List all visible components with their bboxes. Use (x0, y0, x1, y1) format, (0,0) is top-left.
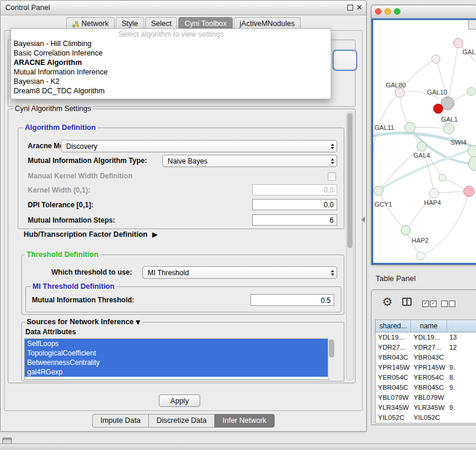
unchecked-box-icon (441, 301, 448, 307)
mi-threshold-group: MI Threshold Definition Mutual Informati… (25, 286, 341, 312)
column-header-3[interactable] (447, 320, 476, 332)
select-all-columns-icon[interactable]: ✓ ✓ (422, 301, 436, 307)
network-node-gal4[interactable] (417, 142, 426, 151)
zoom-traffic-light-icon[interactable] (394, 8, 400, 15)
columns-icon[interactable] (402, 298, 412, 306)
network-edge[interactable] (448, 43, 458, 103)
mi-steps-field[interactable]: 6 (252, 214, 337, 226)
manual-kernel-width-label: Manual Kernel Width Definition (28, 170, 132, 182)
bottom-toolbar-strip (0, 444, 476, 450)
algorithm-option-bayesian-k2[interactable]: Bayesian - K2 (11, 77, 331, 86)
table-cell: 13 (447, 332, 476, 343)
kernel-width-field[interactable]: 0.0 (252, 184, 337, 195)
algorithm-option-mutual-information-inference[interactable]: Mutual Information Inference (11, 67, 331, 77)
control-panel-titlebar[interactable]: Control Panel ✕ (1, 1, 366, 15)
network-node-red-node[interactable] (433, 104, 443, 113)
network-node-hap4[interactable] (429, 188, 439, 198)
splitter-handle-icon[interactable] (361, 217, 365, 223)
table-cell: 9. (447, 403, 476, 413)
network-node-label: GAL (462, 48, 475, 56)
data-attributes-list[interactable]: SelfLoopsTopologicalCoefficientBetweenne… (24, 338, 330, 380)
tab-discretize-data[interactable]: Discretize Data (148, 414, 215, 428)
algorithm-option-aracne-algorithm[interactable]: ARACNE Algorithm (11, 58, 331, 67)
table-cell: YPR145W (376, 363, 411, 373)
table-row[interactable]: YBR043CYBR043C (376, 353, 476, 363)
deselect-all-columns-icon[interactable] (441, 301, 455, 307)
table-cell: YDL19... (376, 332, 411, 343)
table-cell: 9. (447, 383, 476, 393)
stepper-arrows-icon (327, 158, 334, 164)
table-row[interactable]: YIL052CYIL052C (376, 413, 476, 423)
network-canvas-svg[interactable]: GAL80GAL10GAL11GAL1SWI4GAL4GCY1HAP4HAP2G… (373, 20, 476, 263)
table-row[interactable]: YLR345WYLR345W9. (376, 403, 476, 413)
table-cell: YIL052C (411, 413, 446, 423)
table-row[interactable]: YPR145WYPR145W9. (376, 363, 476, 373)
desktop: Control Panel ✕ NetworkStyleSelectCyni T… (0, 0, 476, 450)
apply-button[interactable]: Apply (159, 394, 200, 407)
algorithm-definition-title: Algorithm Definition (23, 123, 97, 132)
dpi-tolerance-field[interactable]: 0.0 (252, 199, 337, 210)
network-node-swi4[interactable] (468, 145, 476, 157)
network-edge[interactable] (436, 59, 448, 103)
network-node-gal80[interactable] (395, 88, 405, 97)
settings-scrollbar[interactable] (346, 112, 354, 380)
which-threshold-label: Which threshold to use: (51, 266, 132, 279)
network-node-pink-right[interactable] (464, 186, 474, 197)
table-cell (447, 413, 476, 423)
table-cell: YBR045C (376, 383, 411, 393)
network-node-gal11[interactable] (405, 122, 415, 133)
table-cell: YBR043C (376, 353, 411, 363)
network-scrollbar-corner[interactable] (468, 20, 476, 30)
attribute-item-selfloops[interactable]: SelfLoops (25, 339, 329, 348)
attribute-item-betweennesscentrality[interactable]: BetweennessCentrality (25, 358, 329, 367)
table-row[interactable]: YBL079WYBL079W (376, 393, 476, 403)
attributes-list-scrollbar[interactable] (328, 338, 335, 379)
column-header-shared[interactable]: shared... (376, 320, 411, 332)
mi-algorithm-type-select[interactable]: Naive Bayes (162, 155, 337, 167)
column-header-name[interactable]: name (411, 320, 446, 332)
network-node-gcy1[interactable] (374, 186, 383, 195)
algorithm-option-dream8-dc-tdc-algorithm[interactable]: Dream8 DC_TDC Algorithm (11, 86, 331, 96)
network-node-mid-small[interactable] (439, 174, 446, 181)
network-node-hap2[interactable] (401, 226, 410, 235)
hub-definition-toggle[interactable]: Hub/Transcription Factor Definition ▶ (24, 230, 158, 239)
data-attributes-label: Data Attributes (25, 326, 76, 338)
attribute-item-topologicalcoefficient[interactable]: TopologicalCoefficient (25, 348, 329, 358)
table-cell: YER054C (376, 373, 411, 383)
threshold-definition-group: Threshold Definition Which threshold to … (21, 255, 344, 315)
manual-kernel-width-checkbox[interactable] (328, 172, 336, 181)
attribute-item-gal4rgexp[interactable]: gal4RGexp (25, 367, 329, 377)
aracne-mode-select[interactable]: Discovery (61, 140, 337, 152)
minimize-traffic-light-icon[interactable] (384, 8, 391, 15)
network-node-label: SWI4 (451, 139, 467, 146)
network-window-titlebar[interactable] (371, 5, 476, 19)
table-row[interactable]: YDL19...YDL19...13 (376, 332, 476, 343)
network-node-right-big[interactable] (468, 156, 476, 171)
close-traffic-light-icon[interactable] (375, 8, 382, 15)
close-window-icon[interactable]: ✕ (356, 3, 363, 12)
mi-threshold-field[interactable]: 0.5 (250, 294, 334, 306)
network-node-top-pale[interactable] (432, 55, 440, 63)
network-node-bottom-pale[interactable] (416, 252, 425, 260)
algorithm-settings-button[interactable] (332, 50, 357, 71)
tab-impute-data[interactable]: Impute Data (92, 414, 149, 428)
unchecked-box-icon (449, 301, 455, 307)
float-window-icon[interactable] (347, 5, 353, 11)
gear-icon[interactable]: ⚙ (382, 295, 393, 308)
checked-box-icon: ✓ (422, 301, 429, 307)
network-node-top-pink[interactable] (454, 38, 463, 48)
table-row[interactable]: YBR045CYBR045C9. (376, 383, 476, 393)
table-cell: YDR27... (411, 343, 446, 353)
tab-infer-network[interactable]: Infer Network (214, 414, 275, 428)
table-row[interactable]: YDR27...YDR27...12 (376, 343, 476, 353)
aracne-mode-value: Discovery (66, 142, 97, 151)
table-row[interactable]: YER054CYER054C8. (376, 373, 476, 383)
sources-group-title[interactable]: Sources for Network Inference ▼ (25, 318, 142, 326)
network-canvas[interactable]: GAL80GAL10GAL11GAL1SWI4GAL4GCY1HAP4HAP2G… (371, 18, 476, 265)
network-node-gal1[interactable] (444, 123, 454, 134)
which-threshold-select[interactable]: MI Threshold (142, 266, 337, 279)
algorithm-option-bayesian-hill-climbing[interactable]: Bayesian - Hill Climbing (11, 39, 331, 48)
network-edge[interactable] (379, 191, 406, 230)
algorithm-option-basic-correlation-inference[interactable]: Basic Correlation Inference (11, 48, 331, 58)
network-node-right-green[interactable] (467, 87, 475, 96)
